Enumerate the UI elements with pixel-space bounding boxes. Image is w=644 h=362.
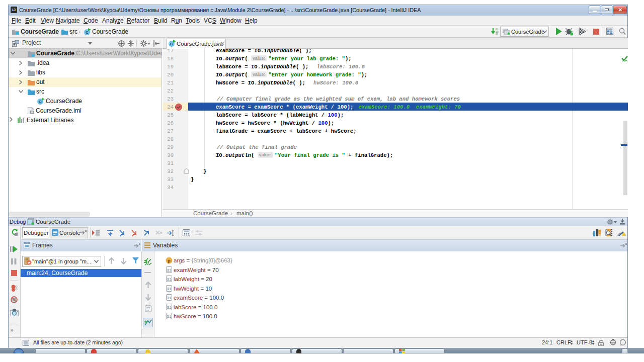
svg-text:C: C bbox=[170, 42, 173, 46]
svg-text:C: C bbox=[39, 100, 42, 104]
svg-text:31: 31 bbox=[167, 296, 172, 300]
svg-text:31: 31 bbox=[167, 268, 172, 273]
svg-text:p: p bbox=[168, 258, 171, 263]
svg-text:31: 31 bbox=[167, 287, 172, 291]
svg-text:31: 31 bbox=[167, 306, 172, 310]
svg-text:31: 31 bbox=[167, 278, 172, 282]
svg-text:01: 01 bbox=[496, 33, 499, 36]
svg-text:31: 31 bbox=[167, 315, 172, 319]
